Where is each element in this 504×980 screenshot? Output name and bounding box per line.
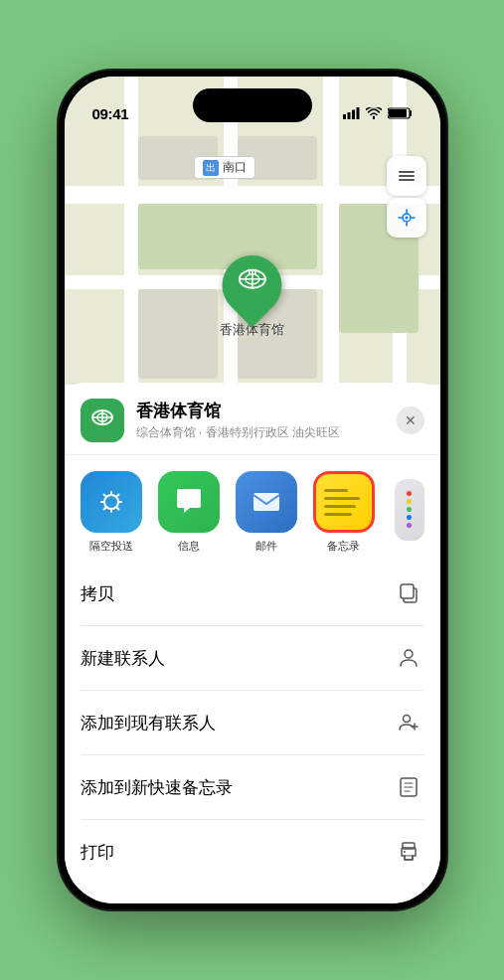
person-icon	[393, 642, 424, 674]
svg-point-16	[405, 217, 408, 220]
more-apps-icon	[395, 479, 424, 541]
battery-icon	[388, 107, 413, 122]
share-app-messages[interactable]: 信息	[154, 471, 224, 554]
map-layers-button[interactable]	[387, 156, 426, 196]
svg-rect-22	[253, 493, 279, 511]
map-label-icon: 出	[203, 160, 219, 176]
dot-blue	[407, 515, 412, 520]
action-copy[interactable]: 拷贝	[81, 562, 424, 626]
dot-green	[407, 507, 412, 512]
notes-icon	[313, 471, 375, 533]
action-print-label: 打印	[81, 841, 114, 864]
svg-rect-3	[356, 107, 359, 119]
airdrop-label: 隔空投送	[89, 539, 133, 554]
notes-line-1	[324, 489, 348, 492]
svg-point-25	[405, 650, 413, 658]
share-app-notes[interactable]: 备忘录	[309, 471, 379, 554]
svg-rect-14	[399, 179, 415, 181]
person-add-icon	[393, 707, 424, 738]
share-app-mail[interactable]: 邮件	[232, 471, 301, 554]
road	[65, 186, 440, 204]
dot-yellow	[407, 499, 412, 504]
action-list: 拷贝 新建联系人	[65, 562, 440, 884]
map-label-text: 南口	[223, 159, 247, 176]
svg-rect-12	[399, 171, 415, 173]
map-entrance-label: 出 南口	[194, 156, 255, 179]
mail-icon	[236, 471, 297, 533]
svg-rect-0	[343, 114, 346, 119]
location-name: 香港体育馆	[136, 400, 397, 422]
action-new-contact[interactable]: 新建联系人	[81, 626, 424, 691]
printer-icon	[393, 836, 424, 868]
bottom-sheet: 香港体育馆 综合体育馆 · 香港特别行政区 油尖旺区 ✕	[65, 383, 440, 903]
dot-purple	[407, 523, 412, 528]
mail-label: 邮件	[255, 539, 277, 554]
location-icon	[81, 399, 124, 442]
marker-pin	[210, 244, 294, 328]
dynamic-island	[193, 88, 312, 122]
action-add-notes-label: 添加到新快速备忘录	[81, 776, 233, 799]
action-copy-label: 拷贝	[81, 582, 114, 605]
stadium-marker: 香港体育馆	[220, 255, 284, 339]
stadium-icon	[238, 267, 267, 304]
close-button[interactable]: ✕	[397, 407, 424, 434]
status-icons	[343, 107, 413, 122]
notes-line-4	[324, 513, 352, 516]
notes-line-2	[324, 497, 360, 500]
map-location-button[interactable]	[387, 198, 426, 238]
copy-icon	[393, 577, 424, 609]
action-add-contact-label: 添加到现有联系人	[81, 712, 216, 735]
svg-rect-13	[399, 175, 415, 177]
phone-frame: 09:41	[59, 71, 446, 909]
svg-point-26	[403, 716, 410, 723]
notes-add-icon	[393, 771, 424, 803]
status-time: 09:41	[92, 105, 129, 122]
share-apps-row: 隔空投送 信息	[65, 455, 440, 562]
map-block	[138, 289, 218, 379]
map-btn-group	[387, 156, 426, 238]
location-card: 香港体育馆 综合体育馆 · 香港特别行政区 油尖旺区 ✕	[65, 383, 440, 455]
svg-rect-24	[401, 584, 414, 598]
svg-rect-34	[405, 856, 413, 860]
action-add-notes[interactable]: 添加到新快速备忘录	[81, 755, 424, 820]
location-subtitle: 综合体育馆 · 香港特别行政区 油尖旺区	[136, 424, 397, 441]
svg-point-35	[404, 851, 406, 853]
action-new-contact-label: 新建联系人	[81, 647, 165, 670]
signal-icon	[343, 107, 360, 122]
share-app-more[interactable]	[387, 479, 432, 547]
dot-red	[407, 491, 412, 496]
action-add-contact[interactable]: 添加到现有联系人	[81, 691, 424, 755]
share-app-airdrop[interactable]: 隔空投送	[77, 471, 146, 554]
svg-rect-5	[389, 109, 407, 117]
phone-screen: 09:41	[65, 77, 440, 903]
action-print[interactable]: 打印	[81, 820, 424, 884]
notes-label: 备忘录	[327, 539, 360, 554]
messages-icon	[158, 471, 220, 533]
notes-line-3	[324, 505, 356, 508]
location-info: 香港体育馆 综合体育馆 · 香港特别行政区 油尖旺区	[136, 400, 397, 441]
svg-rect-1	[347, 112, 350, 119]
svg-rect-2	[352, 110, 355, 120]
close-icon: ✕	[405, 412, 417, 428]
wifi-icon	[366, 107, 382, 122]
messages-label: 信息	[178, 539, 200, 554]
airdrop-icon	[81, 471, 142, 533]
